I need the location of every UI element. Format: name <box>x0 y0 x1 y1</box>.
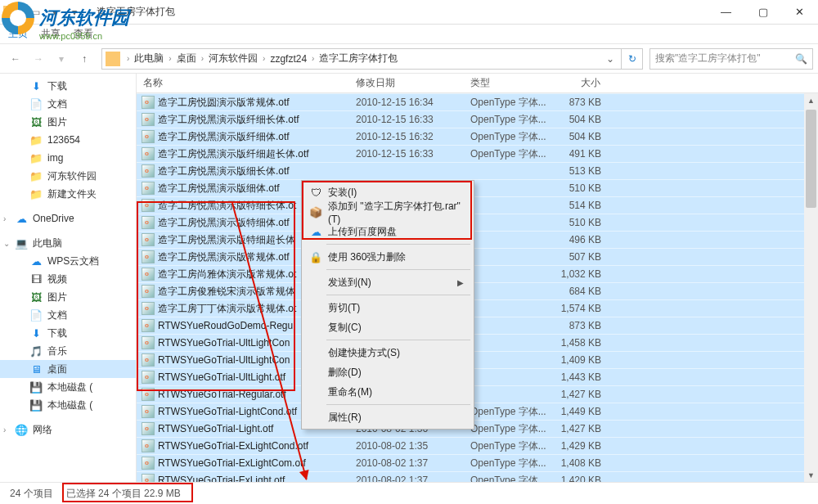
close-button[interactable]: ✕ <box>781 0 818 25</box>
file-list[interactable]: 造字工房悦圆演示版常规体.otf2010-12-15 16:34OpenType… <box>137 93 818 482</box>
refresh-button[interactable]: ↻ <box>621 48 642 70</box>
search-box[interactable]: 搜索"造字工房字体打包" 🔍 <box>649 48 813 70</box>
file-row[interactable]: RTWSYueGoTrial-Light.otf2010-08-02 1:36O… <box>137 420 818 437</box>
tree-item[interactable]: 🎵音乐 <box>0 342 136 360</box>
tree-item[interactable]: 🎞视频 <box>0 270 136 288</box>
file-row[interactable]: 造字工房悦黑演示版常规体.otf507 KB <box>137 248 818 265</box>
tree-item[interactable]: 💾本地磁盘 ( <box>0 378 136 396</box>
ctx-baidu-upload[interactable]: ☁ 上传到百度网盘 <box>303 222 472 241</box>
ctx-add-rar[interactable]: 📦 添加到 "造字工房字体打包.rar"(T) <box>303 202 472 222</box>
scroll-down-icon[interactable]: ▼ <box>804 468 818 482</box>
ctx-rename[interactable]: 重命名(M) <box>303 382 472 402</box>
ctx-copy[interactable]: 复制(C) <box>303 317 472 337</box>
file-row[interactable]: 造字工房悦黑演示版细体.otf510 KB <box>137 179 818 196</box>
breadcrumb-segment[interactable]: zzgfzt24 <box>268 53 308 65</box>
chevron-right-icon[interactable]: › <box>124 54 133 63</box>
file-size: 1,032 KB <box>546 268 611 280</box>
nav-recent-dropdown[interactable]: ▾ <box>51 48 72 70</box>
chevron-right-icon[interactable]: › <box>198 54 207 63</box>
file-row[interactable]: RTWSYueGoTrial-Regular.otf1,427 KB <box>137 385 818 403</box>
column-name[interactable]: 名称 <box>137 76 349 90</box>
chevron-right-icon[interactable]: › <box>308 54 317 63</box>
tree-item[interactable]: 📁123654 <box>0 131 136 149</box>
tree-node-icon: 📁 <box>29 169 43 182</box>
tree-expand-icon[interactable]: › <box>3 425 6 434</box>
scroll-thumb[interactable] <box>806 110 816 208</box>
ctx-send-to[interactable]: 发送到(N) ▶ <box>303 272 472 292</box>
file-row[interactable]: 造字工房悦黑演示版纤细超长体.otf2010-12-15 16:33OpenTy… <box>137 145 818 162</box>
separator <box>326 340 470 340</box>
tree-item[interactable]: 💾本地磁盘 ( <box>0 396 136 414</box>
column-type[interactable]: 类型 <box>464 76 546 90</box>
ribbon-tab-home[interactable]: 主页 <box>8 27 28 41</box>
ctx-360-delete[interactable]: 🔒 使用 360强力删除 <box>303 247 472 267</box>
tree-item[interactable]: ⬇下载 <box>0 324 136 342</box>
qat-customize-icon[interactable]: ▾ <box>65 3 83 21</box>
tree-item[interactable]: 📁img <box>0 149 136 167</box>
minimize-button[interactable]: — <box>708 0 744 25</box>
file-row[interactable]: RTWSYueGoTrial-ExLightCond.otf2010-08-02… <box>137 437 818 454</box>
font-file-icon <box>142 164 155 178</box>
qat-properties-icon[interactable]: ▭ <box>26 3 44 21</box>
address-bar[interactable]: › 此电脑 › 桌面 › 河东软件园 › zzgfzt24 › 造字工房字体打包… <box>101 48 643 70</box>
file-row[interactable]: RTWSYueGoTrial-ExLight.otf2010-08-02 1:3… <box>137 471 818 482</box>
tree-item[interactable]: 📄文档 <box>0 95 136 113</box>
tree-item[interactable]: ›☁OneDrive <box>0 209 136 227</box>
ribbon-tabs: 主页 共享 查看 <box>0 25 818 44</box>
nav-forward-button[interactable]: → <box>28 48 49 70</box>
tree-expand-icon[interactable]: ⌄ <box>3 239 10 248</box>
column-date[interactable]: 修改日期 <box>349 76 464 90</box>
breadcrumb-segment[interactable]: 此电脑 <box>133 52 165 65</box>
file-row[interactable]: RTWSYueGoTrial-UltLight.otf1,443 KB <box>137 368 818 385</box>
tree-item[interactable]: 🖼图片 <box>0 113 136 131</box>
file-row[interactable]: RTWSYueGoTrial-LightCond.otf2010-08-02 1… <box>137 403 818 420</box>
file-row[interactable]: 造字工房悦黑演示版细长体.otf513 KB <box>137 162 818 179</box>
file-row[interactable]: 造字工房尚雅体演示版常规体.ot1,032 KB <box>137 265 818 282</box>
maximize-button[interactable]: ▢ <box>744 0 781 25</box>
file-row[interactable]: RTWSYueGoTrial-UltLightCon1,458 KB <box>137 334 818 351</box>
file-row[interactable]: 造字工房悦圆演示版常规体.otf2010-12-15 16:34OpenType… <box>137 93 818 110</box>
file-row[interactable]: 造字工房悦黑演示版特细超长体496 KB <box>137 231 818 248</box>
tree-item[interactable]: ⬇下载 <box>0 77 136 95</box>
file-date: 2010-12-15 16:33 <box>349 148 464 160</box>
file-row[interactable]: RTWSYueRoudGoDemo-Regu873 KB <box>137 317 818 334</box>
ribbon-tab-share[interactable]: 共享 <box>41 27 61 41</box>
ribbon-tab-view[interactable]: 查看 <box>74 27 93 41</box>
tree-item[interactable]: ›🌐网络 <box>0 421 136 439</box>
ctx-delete[interactable]: 删除(D) <box>303 362 472 382</box>
tree-item[interactable]: 🖼图片 <box>0 288 136 306</box>
file-size: 1,443 KB <box>546 371 611 383</box>
ctx-properties[interactable]: 属性(R) <box>303 407 472 427</box>
chevron-right-icon[interactable]: › <box>165 54 174 63</box>
breadcrumb-segment[interactable]: 河东软件园 <box>207 52 259 65</box>
breadcrumb-segment[interactable]: 造字工房字体打包 <box>317 52 399 65</box>
file-row[interactable]: 造字工房俊雅锐宋演示版常规体684 KB <box>137 282 818 299</box>
file-row[interactable]: 造字工房悦黑演示版特细长体.ot514 KB <box>137 196 818 214</box>
tree-item[interactable]: 📄文档 <box>0 306 136 324</box>
nav-back-button[interactable]: ← <box>5 48 26 70</box>
nav-up-button[interactable]: ↑ <box>74 48 95 70</box>
tree-expand-icon[interactable]: › <box>3 214 6 223</box>
file-row[interactable]: 造字工房悦黑演示版纤细长体.otf2010-12-15 16:33OpenTyp… <box>137 110 818 128</box>
tree-item[interactable]: 📁新建文件夹 <box>0 185 136 203</box>
file-row[interactable]: 造字工房悦黑演示版特细体.otf510 KB <box>137 214 818 231</box>
address-dropdown-icon[interactable]: ⌄ <box>600 53 621 65</box>
scrollbar-vertical[interactable]: ▲ ▼ <box>804 93 818 482</box>
tree-item[interactable]: 🖥桌面 <box>0 360 136 378</box>
column-size[interactable]: 大小 <box>546 76 611 90</box>
ctx-shortcut[interactable]: 创建快捷方式(S) <box>303 343 472 362</box>
scroll-up-icon[interactable]: ▲ <box>804 93 818 107</box>
qat-newfolder-icon[interactable]: ▾ <box>46 3 64 21</box>
tree-item[interactable]: ☁WPS云文档 <box>0 252 136 270</box>
ctx-cut[interactable]: 剪切(T) <box>303 298 472 317</box>
file-row[interactable]: 造字工房丁丁体演示版常规体.ot1,574 KB <box>137 299 818 317</box>
file-row[interactable]: 造字工房悦黑演示版纤细体.otf2010-12-15 16:32OpenType… <box>137 128 818 145</box>
tree-item[interactable]: ⌄💻此电脑 <box>0 234 136 252</box>
breadcrumb-segment[interactable]: 桌面 <box>175 52 198 65</box>
file-row[interactable]: RTWSYueGoTrial-ExLightCom.otf2010-08-02 … <box>137 454 818 471</box>
font-file-icon <box>142 422 155 435</box>
chevron-right-icon[interactable]: › <box>259 54 268 63</box>
tree-node-icon: 🌐 <box>15 423 28 436</box>
file-row[interactable]: RTWSYueGoTrial-UltLightCon1,409 KB <box>137 351 818 368</box>
tree-item[interactable]: 📁河东软件园 <box>0 167 136 185</box>
